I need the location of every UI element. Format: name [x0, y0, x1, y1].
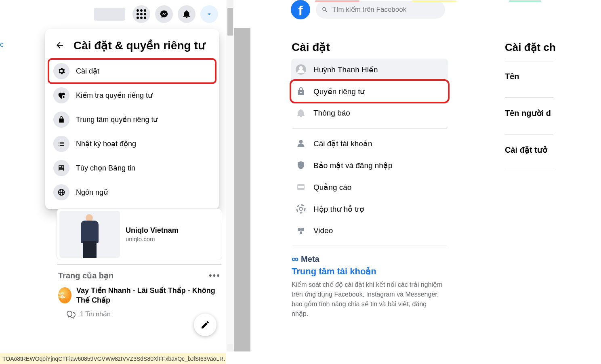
facebook-logo[interactable]: f [291, 0, 310, 19]
menu-item-label: Trung tâm quyền riêng tư [76, 115, 158, 124]
nav-divider [292, 246, 447, 246]
menu-item-label: Ngôn ngữ [76, 188, 108, 197]
detail-title: Cài đặt ch [505, 41, 556, 61]
nav-label: Thông báo [313, 109, 350, 118]
list-icon [53, 136, 69, 152]
menu-item-privacy-center[interactable]: Trung tâm quyền riêng tư [48, 107, 216, 132]
svg-point-2 [299, 140, 303, 143]
window-divider-shadow [234, 28, 250, 351]
profile-placeholder[interactable] [94, 8, 125, 21]
accounts-center-desc: Kiểm soát chế độ cài đặt khi kết nối các… [291, 280, 444, 323]
svg-point-7 [298, 228, 301, 231]
page-item[interactable]: VAY TIỀN Vay Tiền Nhanh - Lãi Suất Thấp … [57, 284, 222, 307]
user-gear-icon [295, 137, 307, 149]
settings-privacy-dropdown: Cài đặt & quyền riêng tư Cài đặt Kiểm tr… [45, 29, 219, 209]
messenger-icon [160, 10, 168, 19]
nav-item-profile[interactable]: Huỳnh Thanh Hiền [291, 59, 448, 80]
news-icon [53, 160, 69, 176]
status-bar: TOAo8tREWOqoiYjnqCTFiaw60859VGVWw8ztVVZ3… [0, 353, 226, 364]
nav-divider [292, 128, 447, 128]
ad-icon [295, 181, 307, 193]
edit-icon [200, 320, 210, 330]
nav-item-notifications[interactable]: Thông báo [291, 102, 448, 124]
address-fragment: c [0, 40, 6, 49]
grid-icon [137, 9, 146, 19]
scrollbar-thumb[interactable] [227, 8, 233, 36]
avatar-icon [295, 63, 307, 76]
page-avatar: VAY TIỀN [58, 287, 71, 303]
settings-detail: Cài đặt ch Tên Tên người d Cài đặt tưở [452, 29, 556, 323]
svg-point-1 [299, 66, 303, 70]
nav-item-account-settings[interactable]: Cài đặt tài khoản [291, 133, 448, 154]
search-input[interactable] [332, 6, 439, 14]
lifebuoy-icon [295, 203, 307, 215]
search-field[interactable] [316, 1, 445, 19]
accounts-center-link[interactable]: Trung tâm tài khoản [291, 266, 448, 280]
ad-title: Uniqlo Vietnam [126, 226, 179, 235]
detail-item-name[interactable]: Tên [505, 72, 556, 97]
ad-domain: uniqlo.com [126, 236, 179, 242]
left-panel: c Cài đặt & quyền riêng tư Cài đặt [0, 0, 250, 364]
more-icon[interactable]: ••• [209, 270, 221, 281]
menu-item-label: Kiểm tra quyền riêng tư [76, 91, 152, 100]
feed-content: Uniqlo Vietnam uniqlo.com Trang của bạn … [57, 208, 222, 319]
globe-icon [53, 184, 69, 200]
dropdown-title: Cài đặt & quyền riêng tư [74, 39, 205, 52]
detail-item-memorialization[interactable]: Cài đặt tưở [505, 145, 556, 171]
nav-label: Bảo mật và đăng nhập [313, 161, 393, 170]
message-count-text: 1 Tin nhắn [80, 310, 111, 318]
meta-infinity-icon: ∞ [292, 253, 298, 265]
menu-item-label: Tùy chọn Bảng tin [76, 164, 135, 173]
topbar [0, 0, 226, 28]
meta-logo: ∞ Meta [291, 250, 448, 266]
film-icon [295, 225, 307, 237]
nav-item-security[interactable]: Bảo mật và đăng nhập [291, 154, 448, 176]
menu-item-newsfeed-prefs[interactable]: Tùy chọn Bảng tin [48, 156, 216, 180]
menu-item-label: Nhật ký hoạt động [76, 139, 136, 148]
chat-icon [66, 309, 76, 319]
divider [57, 264, 221, 265]
nav-item-support-inbox[interactable]: Hộp thư hỗ trợ [291, 198, 448, 220]
gear-icon [53, 63, 69, 79]
dropdown-header: Cài đặt & quyền riêng tư [48, 34, 216, 59]
menu-item-language[interactable]: Ngôn ngữ [48, 180, 216, 204]
nav-label: Quảng cáo [313, 183, 351, 192]
notifications-button[interactable] [178, 5, 195, 23]
menu-item-privacy-checkup[interactable]: Kiểm tra quyền riêng tư [48, 83, 216, 107]
ad-image [59, 211, 120, 258]
menu-grid-button[interactable] [132, 5, 150, 23]
settings-heading: Cài đặt [291, 32, 448, 59]
bell-icon [182, 10, 191, 19]
detail-divider [505, 61, 553, 61]
nav-item-ads[interactable]: Quảng cáo [291, 176, 448, 198]
page-name: Vay Tiền Nhanh - Lãi Suất Thấp - Không T… [76, 286, 221, 305]
nav-label: Quyền riêng tư [313, 87, 365, 96]
heart-lock-icon [53, 87, 69, 103]
nav-label: Video [313, 226, 333, 235]
sponsored-card[interactable]: Uniqlo Vietnam uniqlo.com [57, 208, 222, 260]
nav-item-video[interactable]: Video [291, 220, 448, 242]
detail-item-username: Tên người d [505, 108, 556, 134]
detail-divider [505, 97, 553, 98]
search-icon [322, 6, 328, 13]
svg-point-8 [301, 228, 304, 231]
scrollbar[interactable] [226, 0, 234, 351]
nav-item-privacy[interactable]: Quyền riêng tư [291, 80, 448, 102]
right-header: f [283, 0, 601, 22]
menu-item-settings[interactable]: Cài đặt [48, 59, 216, 83]
bell-icon [295, 107, 307, 119]
menu-item-activity-log[interactable]: Nhật ký hoạt động [48, 132, 216, 156]
nav-label: Huỳnh Thanh Hiền [313, 65, 378, 74]
lock-icon [53, 112, 69, 128]
detail-divider [505, 134, 553, 135]
nav-label: Cài đặt tài khoản [313, 139, 372, 148]
menu-item-label: Cài đặt [76, 67, 99, 76]
privacy-icon [295, 85, 307, 97]
detail-divider [505, 171, 553, 171]
account-dropdown-button[interactable] [200, 5, 218, 23]
back-button[interactable] [52, 37, 68, 53]
svg-rect-4 [298, 186, 304, 188]
compose-button[interactable] [194, 314, 216, 336]
caret-down-icon [206, 11, 213, 18]
messenger-button[interactable] [155, 5, 173, 23]
